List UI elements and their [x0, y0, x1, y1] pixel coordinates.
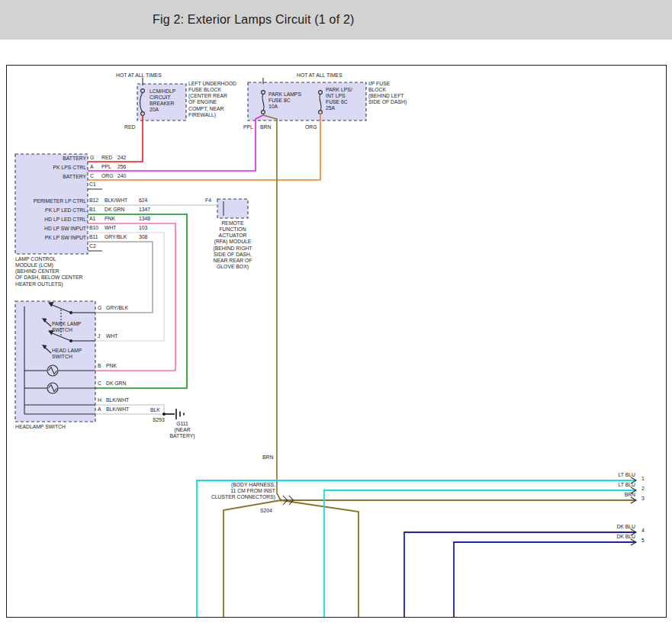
- circuit-number: 308: [139, 235, 147, 240]
- switch-pin-row-c: CDK GRN: [98, 381, 126, 387]
- wire-brn-branch-left: [223, 500, 281, 617]
- circuit-number: 624: [139, 198, 147, 204]
- pin-id: A: [98, 407, 106, 413]
- pin-id: B1: [89, 207, 104, 213]
- wire-dkblu-terminal-4: [404, 532, 636, 617]
- body-harness-note: (BODY HARNESS, 11 CM FROM INST CLUSTER C…: [211, 482, 275, 500]
- wire-color: PPL: [101, 165, 117, 170]
- wire-color: BLK/WHT: [104, 198, 139, 204]
- lcm-function-battery-2: BATTERY: [63, 175, 86, 180]
- terminal-wire-label-3: BRN: [625, 493, 635, 498]
- wire-color: DK GRN: [106, 381, 126, 387]
- lcm-pin-row-b1: B1DK GRN1347: [89, 207, 150, 213]
- lcm-function-pk-lp-sw-input: PK LP SW INPUT: [45, 236, 86, 241]
- hot-at-all-times-right-label: HOT AT ALL TIMES: [297, 72, 342, 79]
- wire-color-label-brn: BRN: [260, 124, 271, 130]
- lcm-pin-row-b12: B12BLK/WHT624: [89, 198, 147, 204]
- lcm-pin-row-g: GRED242: [90, 156, 126, 161]
- circuit-number: 103: [139, 226, 147, 231]
- terminal-number-4: 4: [641, 528, 645, 534]
- terminal-wire-label-4: DK BLU: [616, 525, 635, 530]
- wire-color-label-ppl: PPL: [243, 124, 253, 130]
- headlamp-switch-caption: HEADLAMP SWITCH: [15, 424, 66, 430]
- terminal-number-2: 2: [641, 487, 645, 492]
- wire-color: RED: [101, 156, 117, 161]
- wire-color-label-brn-mid: BRN: [262, 454, 273, 461]
- pin-id: C: [90, 174, 101, 179]
- wire-color: WHT: [104, 226, 139, 231]
- switch-pin-row-j: JWHT: [98, 334, 117, 339]
- fuse-8c-label: PARK LAMPS FUSE 8C 10A: [268, 92, 301, 110]
- fuse-6c-label: PARK LPS/ INT LPS FUSE 6C 25A: [326, 87, 352, 112]
- lcm-pin-row-a1: A1PNK1348: [89, 217, 150, 222]
- wire-color: BLK/WHT: [106, 407, 129, 413]
- wire-red-242: [88, 115, 143, 162]
- hot-at-all-times-left-label: HOT AT ALL TIMES: [116, 72, 162, 79]
- wire-brn-branch-right: [281, 500, 359, 617]
- splice-s293-dot: [162, 413, 166, 416]
- wire-color: PNK: [106, 364, 117, 369]
- circuit-number: 240: [117, 174, 126, 179]
- terminal-number-5: 5: [641, 538, 645, 544]
- rfa-caption: REMOTE FUNCTION ACTUATOR (RFA) MODULE (B…: [201, 220, 265, 270]
- pin-id: G: [90, 156, 101, 161]
- pin-id: J: [98, 334, 106, 339]
- lcm-pin-row-b11: B11GRY/BLK308: [89, 235, 147, 240]
- circuit-breaker-label: LCM/HDLP CIRCUIT BREAKER 20A: [150, 88, 175, 114]
- splice-s204-dot: [279, 499, 282, 502]
- wire-pnk-1348: [88, 223, 175, 371]
- head-lamp-switch-label: HEAD LAMP SWITCH: [52, 348, 82, 360]
- circuit-number: 1347: [139, 207, 150, 213]
- wire-color: GRY/BLK: [106, 306, 128, 311]
- pin-id: B: [98, 364, 106, 369]
- rfa-module-box: [217, 199, 248, 218]
- wire-dkblu-terminal-5: [454, 542, 636, 617]
- wire-brn-feed: [263, 115, 281, 500]
- switch-pin-row-h: HBLK/WHT: [98, 398, 129, 403]
- ground-g111: [176, 409, 184, 419]
- switch-pin-row-a: ABLK/WHT: [98, 407, 129, 413]
- pin-id: B10: [89, 226, 104, 231]
- wire-ltblu-terminal-2: [324, 490, 636, 617]
- wire-color: GRY/BLK: [104, 235, 139, 240]
- terminal-number-1: 1: [641, 477, 645, 482]
- lcm-function-battery-1: BATTERY: [63, 156, 86, 162]
- switch-pin-row-b: BPNK: [98, 364, 117, 369]
- lcm-connector-c2-label: C2: [89, 243, 96, 249]
- pin-id: B11: [89, 235, 104, 240]
- wire-gryblk-308: [88, 242, 153, 313]
- terminal-wire-label-1: LT BLU: [619, 473, 635, 478]
- park-lamp-switch-label: PARK LAMP SWITCH: [52, 321, 81, 333]
- pin-id: C: [98, 381, 106, 387]
- lcm-pin-row-c: CORG240: [90, 174, 126, 179]
- wire-dkgrn-1347: [88, 214, 187, 388]
- splices-terminals: [162, 413, 636, 545]
- wire-color-label-org: ORG: [305, 124, 317, 130]
- rfa-connector-f4-label: F4: [205, 197, 211, 204]
- wire-color-label-blk: BLK: [150, 407, 160, 413]
- lcm-connector-c1-label: C1: [89, 181, 96, 188]
- wire-org-240: [88, 114, 320, 180]
- wire-color: DK GRN: [104, 207, 139, 213]
- pin-id: A1: [89, 217, 104, 222]
- circuit-number: 1348: [139, 217, 150, 222]
- ip-fuse-block-label: I/P FUSE BLOCK (BEHIND LEFT SIDE OF DASH…: [368, 81, 407, 106]
- splice-s204-label: S204: [260, 508, 272, 514]
- lcm-function-hd-lp-led-ctrl: HD LP LED CTRL: [44, 217, 86, 223]
- wires: [88, 114, 636, 617]
- wire-color-label-red: RED: [124, 124, 135, 130]
- underhood-fuse-block-label: LEFT UNDERHOOD FUSE BLOCK (CENTER REAR O…: [188, 81, 236, 118]
- pin-id: A: [90, 165, 101, 170]
- terminal-number-3: 3: [641, 496, 645, 502]
- pin-id: H: [98, 398, 106, 403]
- circuit-number: 256: [117, 165, 126, 170]
- lcm-pin-row-b10: B10WHT103: [89, 226, 147, 231]
- wire-color: PNK: [104, 217, 139, 222]
- wire-color: WHT: [106, 334, 117, 339]
- lcm-function-pk-lps-ctrl: PK LPS CTRL: [53, 165, 86, 171]
- terminal-wire-label-2: LT BLU: [619, 483, 635, 488]
- lcm-caption: LAMP CONTROL MODULE (LCM) (BEHIND CENTER…: [15, 256, 82, 287]
- ground-g111-label: G111 (NEAR BATTERY): [160, 421, 204, 439]
- lcm-pin-row-a: APPL256: [90, 165, 126, 170]
- headlamp-switch-box: [15, 301, 95, 422]
